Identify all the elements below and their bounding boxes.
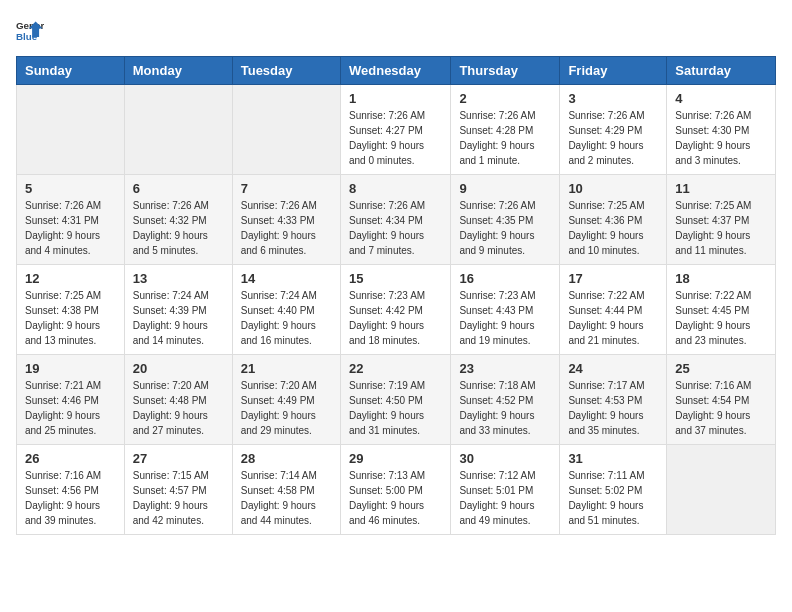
calendar-cell: 9 Sunrise: 7:26 AM Sunset: 4:35 PM Dayli… (451, 175, 560, 265)
day-number: 24 (568, 361, 658, 376)
daylight-text: Daylight: 9 hours and 10 minutes. (568, 230, 643, 256)
day-info: Sunrise: 7:22 AM Sunset: 4:44 PM Dayligh… (568, 288, 658, 348)
day-number: 21 (241, 361, 332, 376)
calendar-cell: 8 Sunrise: 7:26 AM Sunset: 4:34 PM Dayli… (340, 175, 450, 265)
daylight-text: Daylight: 9 hours and 2 minutes. (568, 140, 643, 166)
sunrise-text: Sunrise: 7:26 AM (459, 110, 535, 121)
sunset-text: Sunset: 4:29 PM (568, 125, 642, 136)
sunrise-text: Sunrise: 7:25 AM (675, 200, 751, 211)
day-number: 12 (25, 271, 116, 286)
sunset-text: Sunset: 5:02 PM (568, 485, 642, 496)
sunset-text: Sunset: 4:58 PM (241, 485, 315, 496)
day-info: Sunrise: 7:24 AM Sunset: 4:39 PM Dayligh… (133, 288, 224, 348)
sunset-text: Sunset: 4:56 PM (25, 485, 99, 496)
calendar-cell: 20 Sunrise: 7:20 AM Sunset: 4:48 PM Dayl… (124, 355, 232, 445)
sunrise-text: Sunrise: 7:18 AM (459, 380, 535, 391)
sunset-text: Sunset: 4:46 PM (25, 395, 99, 406)
calendar-cell: 21 Sunrise: 7:20 AM Sunset: 4:49 PM Dayl… (232, 355, 340, 445)
day-number: 6 (133, 181, 224, 196)
sunset-text: Sunset: 4:37 PM (675, 215, 749, 226)
calendar-week-row: 5 Sunrise: 7:26 AM Sunset: 4:31 PM Dayli… (17, 175, 776, 265)
day-info: Sunrise: 7:26 AM Sunset: 4:32 PM Dayligh… (133, 198, 224, 258)
calendar-cell: 15 Sunrise: 7:23 AM Sunset: 4:42 PM Dayl… (340, 265, 450, 355)
daylight-text: Daylight: 9 hours and 51 minutes. (568, 500, 643, 526)
sunset-text: Sunset: 4:36 PM (568, 215, 642, 226)
calendar-cell: 3 Sunrise: 7:26 AM Sunset: 4:29 PM Dayli… (560, 85, 667, 175)
daylight-text: Daylight: 9 hours and 7 minutes. (349, 230, 424, 256)
day-number: 20 (133, 361, 224, 376)
daylight-text: Daylight: 9 hours and 42 minutes. (133, 500, 208, 526)
sunrise-text: Sunrise: 7:26 AM (133, 200, 209, 211)
sunset-text: Sunset: 4:27 PM (349, 125, 423, 136)
col-header-wednesday: Wednesday (340, 57, 450, 85)
calendar-cell: 24 Sunrise: 7:17 AM Sunset: 4:53 PM Dayl… (560, 355, 667, 445)
daylight-text: Daylight: 9 hours and 44 minutes. (241, 500, 316, 526)
daylight-text: Daylight: 9 hours and 4 minutes. (25, 230, 100, 256)
calendar-cell: 16 Sunrise: 7:23 AM Sunset: 4:43 PM Dayl… (451, 265, 560, 355)
logo: General Blue (16, 16, 44, 44)
sunrise-text: Sunrise: 7:15 AM (133, 470, 209, 481)
daylight-text: Daylight: 9 hours and 21 minutes. (568, 320, 643, 346)
sunrise-text: Sunrise: 7:11 AM (568, 470, 644, 481)
day-info: Sunrise: 7:12 AM Sunset: 5:01 PM Dayligh… (459, 468, 551, 528)
daylight-text: Daylight: 9 hours and 9 minutes. (459, 230, 534, 256)
sunset-text: Sunset: 5:00 PM (349, 485, 423, 496)
daylight-text: Daylight: 9 hours and 46 minutes. (349, 500, 424, 526)
col-header-monday: Monday (124, 57, 232, 85)
day-number: 5 (25, 181, 116, 196)
daylight-text: Daylight: 9 hours and 6 minutes. (241, 230, 316, 256)
sunrise-text: Sunrise: 7:17 AM (568, 380, 644, 391)
calendar-cell: 11 Sunrise: 7:25 AM Sunset: 4:37 PM Dayl… (667, 175, 776, 265)
sunrise-text: Sunrise: 7:21 AM (25, 380, 101, 391)
sunrise-text: Sunrise: 7:26 AM (675, 110, 751, 121)
day-info: Sunrise: 7:25 AM Sunset: 4:36 PM Dayligh… (568, 198, 658, 258)
sunset-text: Sunset: 4:38 PM (25, 305, 99, 316)
calendar-week-row: 12 Sunrise: 7:25 AM Sunset: 4:38 PM Dayl… (17, 265, 776, 355)
day-number: 10 (568, 181, 658, 196)
sunset-text: Sunset: 4:50 PM (349, 395, 423, 406)
col-header-thursday: Thursday (451, 57, 560, 85)
sunrise-text: Sunrise: 7:13 AM (349, 470, 425, 481)
calendar-cell: 4 Sunrise: 7:26 AM Sunset: 4:30 PM Dayli… (667, 85, 776, 175)
sunrise-text: Sunrise: 7:26 AM (241, 200, 317, 211)
day-info: Sunrise: 7:13 AM Sunset: 5:00 PM Dayligh… (349, 468, 442, 528)
day-number: 23 (459, 361, 551, 376)
sunset-text: Sunset: 4:31 PM (25, 215, 99, 226)
day-info: Sunrise: 7:16 AM Sunset: 4:56 PM Dayligh… (25, 468, 116, 528)
day-info: Sunrise: 7:20 AM Sunset: 4:48 PM Dayligh… (133, 378, 224, 438)
sunrise-text: Sunrise: 7:20 AM (241, 380, 317, 391)
day-number: 25 (675, 361, 767, 376)
day-info: Sunrise: 7:16 AM Sunset: 4:54 PM Dayligh… (675, 378, 767, 438)
calendar-cell (17, 85, 125, 175)
calendar-cell: 7 Sunrise: 7:26 AM Sunset: 4:33 PM Dayli… (232, 175, 340, 265)
sunset-text: Sunset: 4:48 PM (133, 395, 207, 406)
day-number: 19 (25, 361, 116, 376)
day-info: Sunrise: 7:23 AM Sunset: 4:43 PM Dayligh… (459, 288, 551, 348)
day-info: Sunrise: 7:22 AM Sunset: 4:45 PM Dayligh… (675, 288, 767, 348)
calendar-cell: 13 Sunrise: 7:24 AM Sunset: 4:39 PM Dayl… (124, 265, 232, 355)
sunrise-text: Sunrise: 7:26 AM (25, 200, 101, 211)
daylight-text: Daylight: 9 hours and 14 minutes. (133, 320, 208, 346)
calendar-week-row: 19 Sunrise: 7:21 AM Sunset: 4:46 PM Dayl… (17, 355, 776, 445)
sunrise-text: Sunrise: 7:16 AM (25, 470, 101, 481)
day-number: 17 (568, 271, 658, 286)
calendar-header-row: SundayMondayTuesdayWednesdayThursdayFrid… (17, 57, 776, 85)
page-header: General Blue (16, 16, 776, 44)
day-number: 29 (349, 451, 442, 466)
day-info: Sunrise: 7:15 AM Sunset: 4:57 PM Dayligh… (133, 468, 224, 528)
sunrise-text: Sunrise: 7:25 AM (568, 200, 644, 211)
sunrise-text: Sunrise: 7:22 AM (568, 290, 644, 301)
col-header-sunday: Sunday (17, 57, 125, 85)
day-info: Sunrise: 7:18 AM Sunset: 4:52 PM Dayligh… (459, 378, 551, 438)
day-number: 18 (675, 271, 767, 286)
calendar-cell: 1 Sunrise: 7:26 AM Sunset: 4:27 PM Dayli… (340, 85, 450, 175)
calendar-cell: 23 Sunrise: 7:18 AM Sunset: 4:52 PM Dayl… (451, 355, 560, 445)
day-info: Sunrise: 7:21 AM Sunset: 4:46 PM Dayligh… (25, 378, 116, 438)
day-number: 30 (459, 451, 551, 466)
calendar-cell: 28 Sunrise: 7:14 AM Sunset: 4:58 PM Dayl… (232, 445, 340, 535)
calendar-week-row: 1 Sunrise: 7:26 AM Sunset: 4:27 PM Dayli… (17, 85, 776, 175)
calendar-cell: 19 Sunrise: 7:21 AM Sunset: 4:46 PM Dayl… (17, 355, 125, 445)
day-number: 4 (675, 91, 767, 106)
sunrise-text: Sunrise: 7:24 AM (241, 290, 317, 301)
day-number: 16 (459, 271, 551, 286)
